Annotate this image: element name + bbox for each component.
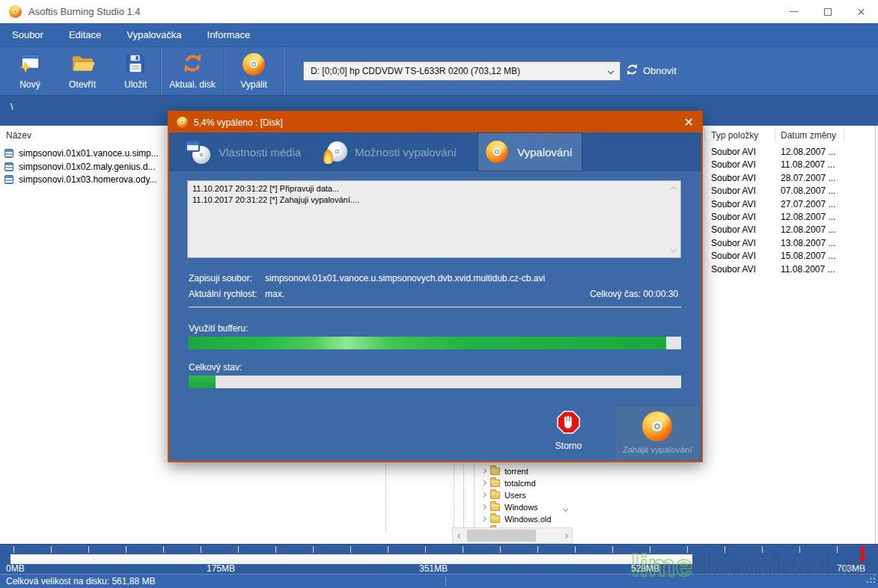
list-item[interactable]: Soubor AVI11.08.2007 ... <box>711 159 835 172</box>
menu-informace[interactable]: Informace <box>207 29 251 40</box>
item-date: 27.07.2007 ... <box>781 199 835 212</box>
tab-media-properties[interactable]: Vlastnosti média <box>180 132 316 171</box>
item-type: Soubor AVI <box>711 212 781 224</box>
expand-chevron-icon[interactable] <box>481 516 487 521</box>
close-button[interactable]: × <box>844 0 878 23</box>
app-icon <box>9 5 22 18</box>
scrollbar-track-edge <box>875 126 876 544</box>
tree-item-totalcmd[interactable]: totalcmd <box>452 477 573 489</box>
scroll-up-icon[interactable] <box>671 186 677 192</box>
statusbar-divider <box>445 577 446 586</box>
column-header-type[interactable]: Typ položky <box>711 130 758 141</box>
scroll-right-button[interactable] <box>558 528 572 543</box>
file-name: simpsonovi.01x03.homerova.ody... <box>19 174 157 185</box>
writing-file-value: simpsonovi.01x01.vanoce.u.simpsonovych.d… <box>265 273 545 284</box>
item-type: Soubor AVI <box>711 238 781 251</box>
window-controls: × <box>777 0 878 23</box>
ruler-label: 528MB <box>631 563 659 574</box>
cancel-button[interactable]: Storno <box>540 411 597 451</box>
refresh-disk-button-label: Aktual. disk <box>169 79 215 90</box>
total-time: Celkový čas: 00:00:30 <box>590 289 678 299</box>
folder-name: totalcmd <box>504 479 536 488</box>
list-item[interactable]: Soubor AVI27.07.2007 ... <box>711 199 835 212</box>
expand-chevron-icon[interactable] <box>481 480 487 486</box>
new-button-label: Nový <box>19 79 40 90</box>
list-item[interactable]: Soubor AVI12.08.2007 ... <box>711 147 835 159</box>
scroll-left-button[interactable] <box>453 528 466 543</box>
horizontal-scrollbar[interactable] <box>452 527 573 544</box>
list-item[interactable]: Soubor AVI11.08.2007 ... <box>711 264 835 277</box>
burn-options-icon <box>322 140 347 164</box>
stop-hand-icon <box>557 411 580 436</box>
buffer-progress-fill <box>189 337 666 349</box>
tab-label: Možnosti vypalování <box>355 146 457 159</box>
list-item[interactable]: Soubor AVI28.07.2007 ... <box>711 173 835 186</box>
save-button[interactable]: Uložit <box>111 47 160 95</box>
dialog-tabs: Vlastnosti média Možnosti vypalování Vyp… <box>169 132 701 171</box>
ruler-label: 0MB <box>6 563 25 574</box>
dialog-close-button[interactable]: ✕ <box>684 117 694 128</box>
video-file-icon <box>4 175 13 184</box>
column-divider <box>844 129 844 141</box>
list-item[interactable]: Soubor AVI13.08.2007 ... <box>711 238 835 251</box>
dialog-titlebar: 5,4% vypáleno : [Disk] ✕ <box>169 112 701 132</box>
tab-burning[interactable]: Vypalování <box>478 132 582 171</box>
burn-log[interactable]: 11.10.2017 20:31:22 [*] Připravuji data.… <box>187 180 681 258</box>
list-item[interactable]: Soubor AVI12.08.2007 ... <box>711 224 835 237</box>
chevron-left-icon <box>457 533 462 538</box>
scrollbar-thumb[interactable] <box>467 530 536 542</box>
start-burning-button[interactable]: Zahájit vypalování <box>615 406 699 459</box>
burn-disc-icon <box>243 53 265 76</box>
folder-tree: torrent totalcmd Users Windows Windows.o… <box>452 464 573 527</box>
file-row[interactable]: simpsonovi.01x03.homerova.ody... <box>4 173 157 186</box>
item-type: Soubor AVI <box>711 147 781 159</box>
resize-grip-icon[interactable] <box>866 574 876 586</box>
expand-chevron-icon[interactable] <box>481 468 487 474</box>
menu-editace[interactable]: Editace <box>69 29 101 40</box>
tree-item-windows[interactable]: Windows <box>452 501 573 513</box>
burning-icon <box>484 140 510 164</box>
refresh-disk-button[interactable]: Aktual. disk <box>161 47 224 95</box>
expand-chevron-icon[interactable] <box>481 504 487 509</box>
dialog-title: 5,4% vypáleno : [Disk] <box>194 117 283 128</box>
tree-item-windows-old[interactable]: Windows.old <box>452 513 573 525</box>
new-button[interactable]: Nový <box>6 47 54 95</box>
drive-select[interactable]: D: [0;0;0] hp CDDVDW TS-L633R 0200 (703,… <box>303 61 621 81</box>
total-time-label: Celkový čas: <box>590 289 641 299</box>
burn-button[interactable]: Vypálit <box>225 47 283 95</box>
expand-chevron-icon[interactable] <box>481 492 487 497</box>
capacity-limit-marker <box>859 546 867 563</box>
window-title: Asoftis Burning Studio 1.4 <box>28 6 141 17</box>
speed-label: Aktuální rychlost: <box>189 289 257 299</box>
list-item[interactable]: Soubor AVI15.08.2007 ... <box>711 251 835 263</box>
capacity-used-bar <box>10 554 692 564</box>
list-item[interactable]: Soubor AVI07.08.2007 ... <box>711 186 835 198</box>
save-button-label: Uložit <box>124 79 147 90</box>
folder-icon <box>490 515 500 523</box>
tree-item-torrent[interactable]: torrent <box>452 465 573 477</box>
list-item[interactable]: Soubor AVI12.08.2007 ... <box>711 212 835 224</box>
column-header-name[interactable]: Název <box>6 130 31 141</box>
open-button[interactable]: Otevřít <box>54 47 111 95</box>
folder-tree-panel: torrent totalcmd Users Windows Windows.o… <box>452 464 573 544</box>
maximize-button[interactable] <box>811 0 844 23</box>
ruler-label: 351MB <box>419 563 448 574</box>
file-row[interactable]: simpsonovi.01x02.maly.genius.d... <box>4 160 156 173</box>
scroll-down-icon[interactable] <box>671 246 677 252</box>
writing-file-label: Zapisuji soubor: <box>189 273 252 284</box>
tree-item-users[interactable]: Users <box>452 489 573 501</box>
minimize-button[interactable] <box>777 0 811 23</box>
folder-name: torrent <box>504 467 528 476</box>
folder-icon <box>490 491 500 499</box>
buffer-progress-bar <box>189 337 681 349</box>
log-line: 11.10.2017 20:31:22 [*] Zahajuji vypalov… <box>192 195 665 206</box>
menu-soubor[interactable]: Soubor <box>12 29 43 40</box>
column-header-date[interactable]: Datum změny <box>781 130 836 141</box>
refresh-drives-button[interactable]: Obnovit <box>626 64 677 78</box>
file-row[interactable]: simpsonovi.01x01.vanoce.u.simp... <box>4 147 159 159</box>
toolbar: Nový Otevřít Uložit <box>0 46 878 96</box>
burning-dialog: 5,4% vypáleno : [Disk] ✕ Vlastnosti médi… <box>168 111 703 462</box>
item-type: Soubor AVI <box>711 199 781 212</box>
menu-vypalovacka[interactable]: Vypalovačka <box>126 29 181 40</box>
tab-burn-options[interactable]: Možnosti vypalování <box>316 132 478 171</box>
